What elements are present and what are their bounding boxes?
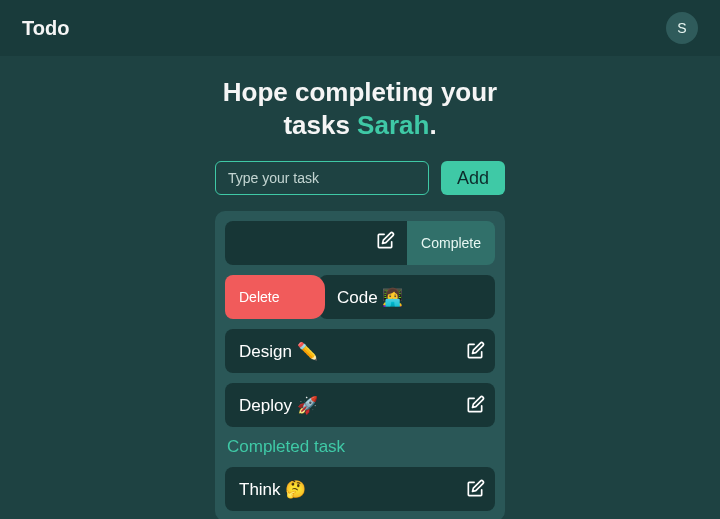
- hero-line2-prefix: tasks: [283, 110, 357, 140]
- app-brand: Todo: [22, 17, 69, 40]
- new-task-row: Add: [215, 161, 505, 195]
- task-label: Deploy 🚀: [239, 395, 318, 416]
- completed-section-title: Completed task: [227, 437, 493, 457]
- hero: Hope completing your tasks Sarah.: [0, 76, 720, 141]
- task-card: Complete Delete Code 👩‍💻 Design ✏️ Deplo…: [215, 211, 505, 519]
- hero-line1: Hope completing your: [223, 77, 497, 107]
- task-item[interactable]: [225, 221, 407, 265]
- task-row-swiped-right: Delete Code 👩‍💻: [225, 275, 495, 319]
- complete-button[interactable]: Complete: [407, 221, 495, 265]
- task-item[interactable]: Deploy 🚀: [225, 383, 495, 427]
- task-label: Code 👩‍💻: [337, 287, 403, 308]
- add-button[interactable]: Add: [441, 161, 505, 195]
- task-row: Design ✏️: [225, 329, 495, 373]
- edit-icon[interactable]: [465, 341, 485, 361]
- task-row: Deploy 🚀: [225, 383, 495, 427]
- user-avatar[interactable]: S: [666, 12, 698, 44]
- task-item[interactable]: Think 🤔: [225, 467, 495, 511]
- hero-line2-suffix: .: [429, 110, 436, 140]
- task-item[interactable]: Design ✏️: [225, 329, 495, 373]
- task-input[interactable]: [215, 161, 429, 195]
- task-item[interactable]: Code 👩‍💻: [319, 275, 495, 319]
- task-row-swiped-left: Complete: [225, 221, 495, 265]
- completed-task-row: Think 🤔: [225, 467, 495, 511]
- task-label: Design ✏️: [239, 341, 318, 362]
- top-bar: Todo S: [0, 0, 720, 56]
- hero-heading: Hope completing your tasks Sarah.: [0, 76, 720, 141]
- task-label: Think 🤔: [239, 479, 306, 500]
- hero-username: Sarah: [357, 110, 429, 140]
- edit-icon[interactable]: [465, 395, 485, 415]
- edit-icon[interactable]: [375, 231, 395, 256]
- delete-button[interactable]: Delete: [225, 275, 325, 319]
- avatar-initial: S: [677, 20, 686, 36]
- edit-icon[interactable]: [465, 479, 485, 499]
